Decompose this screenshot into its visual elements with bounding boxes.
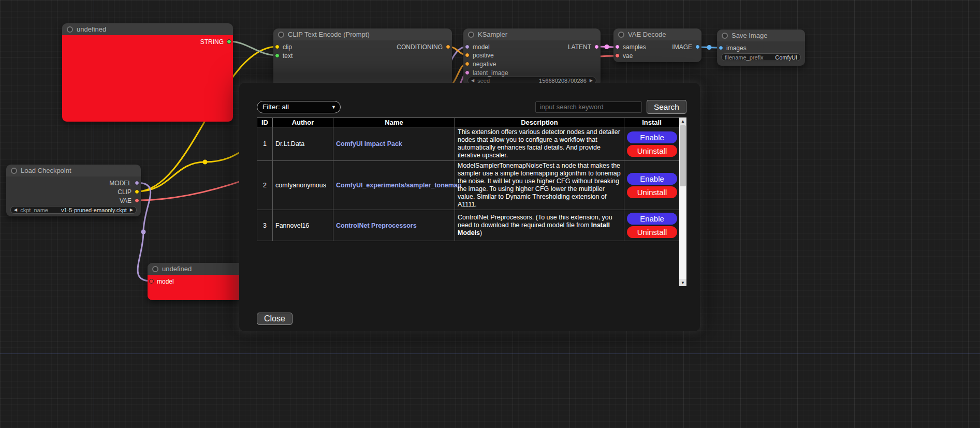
cell-author: comfyanonymous: [273, 161, 333, 210]
latent-image-slot-dot[interactable]: [465, 70, 470, 75]
clip-slot-dot[interactable]: [275, 45, 280, 49]
scroll-down-icon[interactable]: ▼: [679, 279, 686, 286]
node-title-bar[interactable]: KSampler: [463, 28, 601, 40]
node-title-bar[interactable]: undefined: [62, 23, 233, 35]
node-title: undefined: [77, 25, 106, 33]
negative-slot-dot[interactable]: [465, 62, 470, 66]
header-name: Name: [333, 118, 455, 127]
extension-link[interactable]: ComfyUI_experiments/sampler_tonemap: [336, 182, 461, 189]
node-title-bar[interactable]: Save Image: [717, 29, 805, 41]
latent-slot-dot[interactable]: [594, 45, 599, 49]
node-title-bar[interactable]: Load Checkpoint: [6, 165, 141, 176]
node-title-bar[interactable]: CLIP Text Encode (Prompt): [273, 28, 452, 40]
input-slot-model: model: [149, 277, 174, 285]
collapse-dot-icon[interactable]: [278, 32, 284, 38]
node-ksampler[interactable]: KSampler model positive negative latent_…: [463, 28, 601, 86]
node-clip-text-encode[interactable]: CLIP Text Encode (Prompt) clip text COND…: [273, 28, 452, 91]
table-header-row: ID Author Name Description Install: [257, 118, 680, 127]
node-undefined-top[interactable]: undefined STRING: [62, 23, 233, 122]
node-load-checkpoint[interactable]: Load Checkpoint MODEL CLIP VAE ◀ ckpt_na…: [6, 165, 141, 216]
slot-label: model: [473, 43, 490, 51]
vae-slot-dot[interactable]: [615, 53, 620, 58]
image-slot-dot[interactable]: [695, 45, 700, 49]
clip-slot-dot[interactable]: [135, 189, 139, 194]
filter-select[interactable]: Filter: all: [257, 101, 341, 113]
node-title-bar[interactable]: VAE Decode: [613, 28, 701, 40]
string-slot-dot[interactable]: [227, 39, 231, 44]
collapse-dot-icon[interactable]: [11, 168, 17, 174]
extension-row: 3 Fannovel16 ControlNet Preprocessors Co…: [257, 210, 680, 241]
collapse-dot-icon[interactable]: [468, 32, 474, 38]
search-input[interactable]: [535, 101, 642, 113]
cell-author: Fannovel16: [273, 210, 333, 241]
node-title: undefined: [162, 265, 192, 273]
search-button[interactable]: Search: [647, 100, 686, 114]
collapse-dot-icon[interactable]: [618, 32, 624, 38]
next-arrow-icon[interactable]: ▶: [130, 208, 133, 212]
filename-prefix-widget[interactable]: filename_prefix ComfyUI: [721, 53, 801, 61]
extension-link[interactable]: ControlNet Preprocessors: [336, 222, 417, 229]
description-text: This extension offers various detector n…: [458, 128, 620, 159]
output-slot-clip: CLIP: [118, 188, 139, 196]
model-slot-dot[interactable]: [135, 181, 139, 185]
node-title: CLIP Text Encode (Prompt): [288, 31, 370, 38]
cell-id: 2: [257, 161, 273, 210]
cell-id: 1: [257, 127, 273, 161]
link-midpoint-dot: [707, 45, 712, 50]
header-install: Install: [624, 118, 680, 127]
comfyui-canvas[interactable]: undefined STRING CLIP Text Encode (Promp…: [0, 0, 980, 428]
node-body: model positive negative latent_image LAT…: [463, 40, 601, 86]
search-group: Search: [535, 100, 686, 114]
node-body: samples vae IMAGE: [613, 40, 701, 62]
input-slot-samples: samples: [615, 43, 646, 51]
extension-link[interactable]: ComfyUI Impact Pack: [336, 140, 402, 147]
text-slot-dot[interactable]: [275, 53, 280, 58]
slot-label: text: [283, 52, 292, 60]
prev-arrow-icon[interactable]: ◀: [14, 208, 17, 212]
vae-slot-dot[interactable]: [135, 198, 139, 203]
enable-button[interactable]: Enable: [627, 213, 677, 225]
slot-label: MODEL: [109, 180, 131, 187]
collapse-dot-icon[interactable]: [152, 266, 158, 272]
wire-string-to-text: [229, 41, 277, 55]
header-author: Author: [273, 118, 333, 127]
enable-button[interactable]: Enable: [627, 131, 677, 143]
table-scrollbar[interactable]: ▲ ▼: [679, 117, 686, 286]
filter-select-wrap: Filter: all ▼: [257, 101, 341, 113]
widget-label: ckpt_name: [20, 207, 48, 213]
input-slot-negative: negative: [465, 60, 496, 68]
collapse-dot-icon[interactable]: [722, 33, 728, 39]
uninstall-button[interactable]: Uninstall: [627, 145, 677, 157]
prev-arrow-icon[interactable]: ◀: [471, 79, 474, 83]
input-slot-vae: vae: [615, 52, 633, 60]
collapse-dot-icon[interactable]: [67, 26, 73, 33]
node-title: KSampler: [478, 31, 507, 38]
link-midpoint-dot: [605, 45, 609, 49]
node-save-image[interactable]: Save Image images filename_prefix ComfyU…: [717, 29, 805, 66]
output-slot-string: STRING: [200, 38, 231, 46]
close-button[interactable]: Close: [257, 313, 292, 325]
positive-slot-dot[interactable]: [465, 53, 470, 57]
uninstall-button[interactable]: Uninstall: [627, 186, 677, 198]
link-midpoint-dot: [141, 230, 146, 234]
conditioning-slot-dot[interactable]: [446, 45, 450, 49]
scrollbar-thumb[interactable]: [680, 125, 686, 186]
samples-slot-dot[interactable]: [615, 45, 620, 49]
model-slot-dot[interactable]: [465, 45, 470, 49]
model-slot-dot[interactable]: [149, 279, 154, 284]
slot-label: LATENT: [568, 43, 591, 51]
cell-install: Enable Uninstall: [624, 127, 680, 161]
node-vae-decode[interactable]: VAE Decode samples vae IMAGE: [613, 28, 701, 62]
next-arrow-icon[interactable]: ▶: [590, 79, 593, 83]
slot-label: positive: [473, 52, 494, 59]
uninstall-button[interactable]: Uninstall: [627, 226, 677, 238]
ckpt-name-widget[interactable]: ◀ ckpt_name v1-5-pruned-emaonly.ckpt ▶: [10, 206, 137, 214]
input-slot-positive: positive: [465, 51, 494, 59]
images-slot-dot[interactable]: [719, 46, 723, 50]
node-title: VAE Decode: [628, 31, 666, 38]
extension-row: 1 Dr.Lt.Data ComfyUI Impact Pack This ex…: [257, 127, 680, 161]
slot-label: clip: [283, 43, 292, 51]
slot-label: STRING: [200, 38, 224, 46]
enable-button[interactable]: Enable: [627, 173, 677, 185]
scroll-up-icon[interactable]: ▲: [679, 117, 686, 125]
